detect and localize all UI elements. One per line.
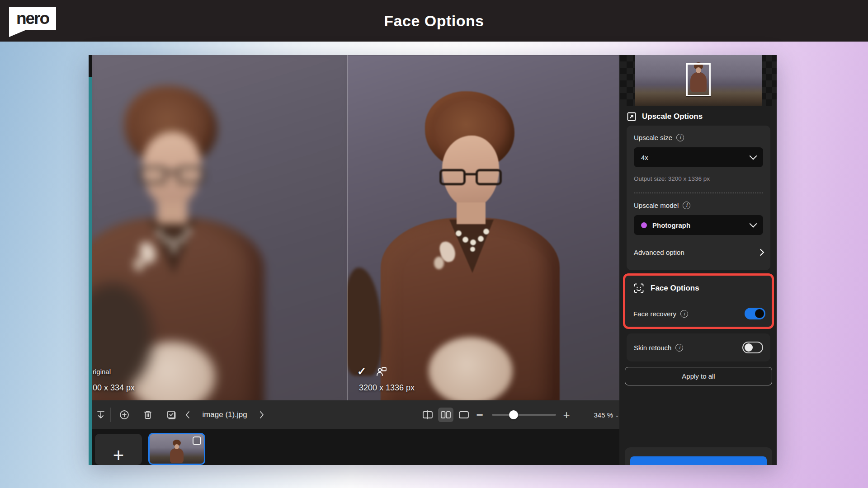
enhanced-check-icon: ✓: [357, 365, 366, 378]
primary-action-button-clipped[interactable]: [630, 456, 767, 465]
page-title: Face Options: [0, 0, 868, 42]
advanced-option-row[interactable]: Advanced option: [634, 244, 763, 260]
upscale-options-sidebar: Upscale Options Upscale size i 4x Output…: [620, 55, 777, 465]
chevron-down-icon: [750, 152, 757, 160]
upscale-model-dropdown[interactable]: Photograph: [634, 215, 763, 235]
skin-retouch-card: Skin retouch i: [627, 333, 770, 361]
skin-retouch-info-icon[interactable]: i: [675, 344, 683, 352]
advanced-option-label: Advanced option: [634, 249, 684, 256]
skin-retouch-toggle[interactable]: [742, 342, 763, 353]
face-recovery-info-icon[interactable]: i: [680, 310, 688, 318]
upscale-options-header: Upscale Options: [627, 110, 770, 123]
thumbnail-strip: +: [89, 429, 619, 465]
select-all-button[interactable]: [164, 400, 179, 429]
view-single-button[interactable]: [456, 408, 472, 422]
add-image-tile[interactable]: +: [95, 434, 142, 465]
delete-button[interactable]: [140, 400, 156, 429]
app-window: riginal 00 x 334 px ✓ 3200 x 1336 px: [89, 55, 777, 465]
zoom-slider[interactable]: [492, 414, 556, 416]
canvas-toolbar: image (1).jpg: [89, 400, 619, 429]
chevron-down-icon: [750, 220, 757, 228]
upscale-model-value: Photograph: [652, 221, 690, 229]
upscale-size-info-icon[interactable]: i: [676, 134, 684, 141]
upscale-model-label: Upscale model: [634, 202, 679, 209]
zoom-slider-knob[interactable]: [509, 410, 518, 419]
upscale-size-dropdown[interactable]: 4x: [634, 147, 763, 167]
add-icon: +: [113, 446, 124, 465]
view-split-slider-button[interactable]: [420, 408, 435, 422]
toolbar-divider: [110, 408, 111, 422]
upscale-size-label: Upscale size: [634, 134, 672, 141]
result-size-label: 3200 x 1336 px: [359, 383, 415, 393]
upscale-model-info-icon[interactable]: i: [683, 202, 690, 209]
view-side-by-side-button[interactable]: [438, 408, 453, 422]
skin-retouch-label: Skin retouch: [634, 344, 671, 352]
face-recovery-label: Face recovery: [633, 310, 676, 318]
compare-split-line: [347, 55, 348, 400]
divider: [634, 192, 763, 193]
enhanced-photo: [347, 55, 619, 400]
upscale-icon: [627, 112, 637, 122]
detected-face-box: [686, 63, 711, 96]
previous-image-button[interactable]: [181, 400, 194, 429]
original-photo-pane[interactable]: [92, 55, 347, 400]
chevron-right-icon: [757, 249, 764, 256]
image-thumbnail-selected[interactable]: [148, 433, 205, 465]
original-label: riginal: [93, 368, 111, 375]
zoom-in-circle-button[interactable]: [117, 400, 132, 429]
app-header: Face Options nero: [0, 0, 868, 42]
original-size-label: 00 x 334 px: [93, 383, 135, 393]
sidebar-bottom-panel: [625, 447, 772, 465]
enhanced-photo-pane[interactable]: [347, 55, 619, 400]
upscale-size-value: 4x: [641, 154, 648, 161]
canvas-left-edge: [89, 55, 92, 465]
zoom-in-button[interactable]: +: [559, 400, 574, 429]
face-recovery-toggle[interactable]: [745, 308, 765, 319]
face-options-card-highlighted: Face Options Face recovery i: [623, 273, 774, 329]
thumbnail-checkbox[interactable]: [193, 436, 201, 445]
upscale-options-title: Upscale Options: [642, 112, 703, 121]
view-mode-group: [420, 406, 472, 423]
zoom-level-value[interactable]: 345 %: [583, 400, 613, 429]
face-scan-icon: [633, 283, 644, 294]
original-photo: [92, 55, 347, 400]
upscale-settings-card: Upscale size i 4x Output size: 3200 x 13…: [627, 126, 770, 270]
output-size-label: Output size: 3200 x 1336 px: [634, 175, 710, 182]
filename-label: image (1).jpg: [195, 400, 254, 429]
image-preview-band: [620, 55, 777, 106]
photograph-model-dot-icon: [641, 222, 647, 228]
screen: Face Options nero: [0, 0, 868, 488]
photo-compare-canvas[interactable]: riginal 00 x 334 px ✓ 3200 x 1336 px: [89, 55, 619, 400]
nero-logo-text: nero: [16, 7, 49, 30]
download-button[interactable]: [93, 400, 108, 429]
apply-to-all-button[interactable]: Apply to all: [625, 367, 772, 385]
face-recovery-applied-icon: [376, 367, 387, 379]
face-options-title: Face Options: [651, 284, 699, 293]
next-image-button[interactable]: [255, 400, 269, 429]
zoom-out-button[interactable]: −: [472, 400, 487, 429]
